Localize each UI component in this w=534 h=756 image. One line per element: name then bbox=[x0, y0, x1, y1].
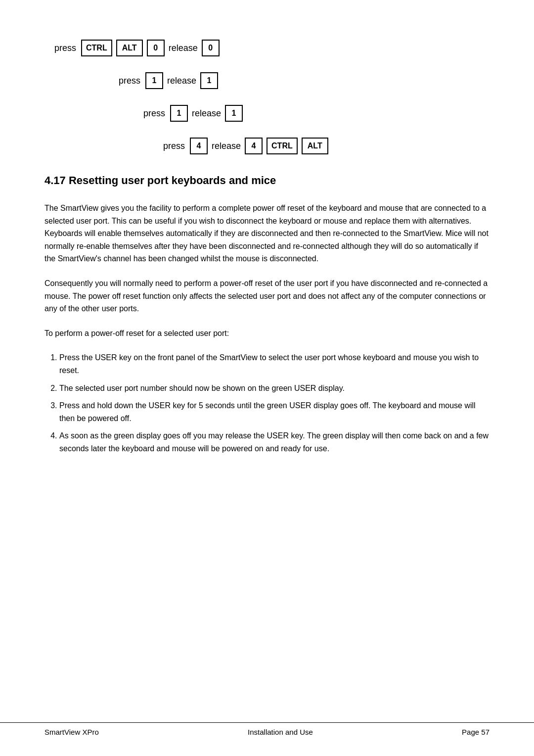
one-key-2: 1 bbox=[145, 72, 163, 89]
footer-title: Installation and Use bbox=[248, 728, 313, 736]
list-item-4: As soon as the green display goes off yo… bbox=[59, 429, 490, 455]
key-row-3: press 1 release 1 bbox=[54, 105, 490, 122]
footer-page-number: Page 57 bbox=[462, 728, 490, 736]
zero-key-1: 0 bbox=[147, 40, 165, 56]
footer-product-name: SmartView XPro bbox=[44, 728, 99, 736]
press-label-2: press bbox=[119, 76, 140, 86]
key-row-1: press CTRL ALT 0 release 0 bbox=[54, 40, 490, 56]
one-key-3: 1 bbox=[170, 105, 188, 122]
release-label-3: release bbox=[192, 108, 221, 119]
section-heading: 4.17 Resetting user port keyboards and m… bbox=[44, 174, 490, 187]
key-sequence-section: press CTRL ALT 0 release 0 press 1 relea… bbox=[44, 40, 490, 154]
page-footer: SmartView XPro Installation and Use Page… bbox=[0, 722, 534, 736]
list-item-1: Press the USER key on the front panel of… bbox=[59, 351, 490, 377]
list-item-3: Press and hold down the USER key for 5 s… bbox=[59, 399, 490, 425]
four-release-key-4: 4 bbox=[245, 138, 263, 154]
one-release-key-3: 1 bbox=[225, 105, 243, 122]
one-release-key-2: 1 bbox=[200, 72, 218, 89]
alt-key-1: ALT bbox=[116, 40, 143, 56]
numbered-list: Press the USER key on the front panel of… bbox=[44, 351, 490, 455]
release-label-4: release bbox=[212, 141, 241, 151]
ctrl-key-1: CTRL bbox=[81, 40, 112, 56]
paragraph-1: The SmartView gives you the facility to … bbox=[44, 202, 490, 265]
press-label-1: press bbox=[54, 43, 76, 53]
press-label-4: press bbox=[163, 141, 185, 151]
key-row-2: press 1 release 1 bbox=[54, 72, 490, 89]
ctrl-key-4: CTRL bbox=[267, 138, 298, 154]
zero-release-key-1: 0 bbox=[202, 40, 220, 56]
release-label-2: release bbox=[167, 76, 196, 86]
key-row-4: press 4 release 4 CTRL ALT bbox=[54, 138, 490, 154]
paragraph-3: To perform a power-off reset for a selec… bbox=[44, 327, 490, 340]
four-key-4: 4 bbox=[190, 138, 208, 154]
press-label-3: press bbox=[143, 108, 165, 119]
list-item-2: The selected user port number should now… bbox=[59, 382, 490, 395]
release-label-1: release bbox=[169, 43, 198, 53]
paragraph-2: Consequently you will normally need to p… bbox=[44, 277, 490, 315]
alt-key-4: ALT bbox=[302, 138, 328, 154]
